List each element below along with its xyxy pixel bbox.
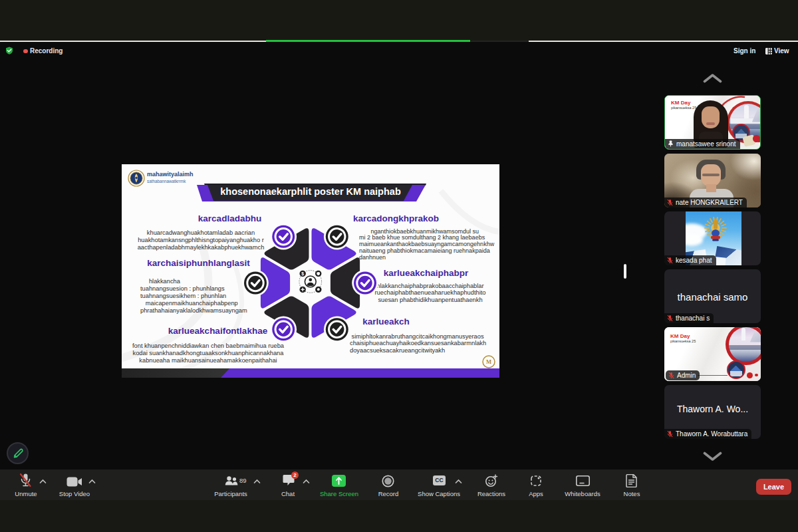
svg-text:$: $	[301, 271, 304, 277]
svg-text:M: M	[486, 358, 491, 365]
